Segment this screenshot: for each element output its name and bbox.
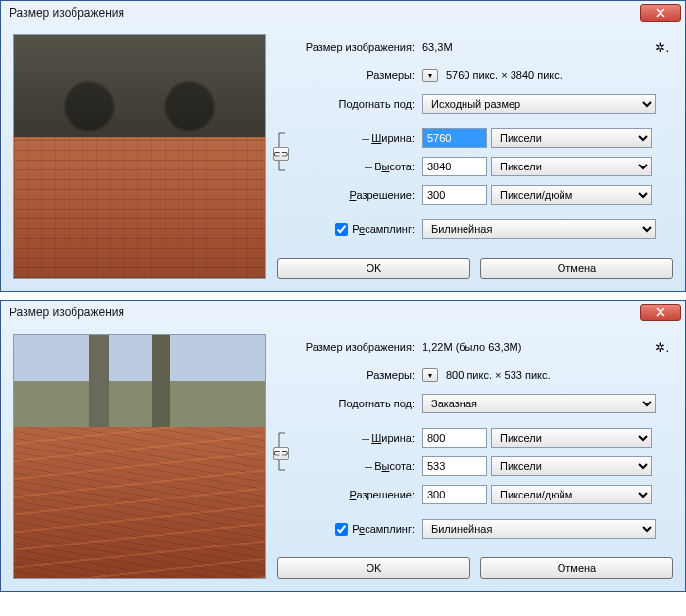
preview-image: [13, 334, 266, 579]
constrain-proportions-button[interactable]: ⊂⊃: [273, 447, 289, 460]
size-value: 1,22M (было 63,3M): [422, 341, 521, 353]
resample-checkbox[interactable]: [335, 523, 348, 536]
resample-label-wrap: Ресамплинг:: [277, 523, 422, 536]
width-label: Ширина:: [291, 432, 422, 444]
resolution-unit-select[interactable]: Пиксели/дюйм: [491, 485, 652, 504]
image-size-dialog: Размер изображения Размер изображения: 6…: [0, 0, 686, 292]
dimensions-value: 5760 пикс. × 3840 пикс.: [446, 70, 563, 81]
height-label: Высота:: [291, 161, 422, 172]
width-input[interactable]: [422, 128, 487, 148]
height-label: Высота:: [291, 460, 422, 472]
size-label: Размер изображения:: [277, 341, 422, 353]
constrain-proportions-button[interactable]: ⊂⊃: [273, 147, 289, 161]
close-icon: [656, 308, 665, 317]
dimensions-value: 800 пикс. × 533 пикс.: [446, 369, 551, 381]
resolution-input[interactable]: [422, 485, 487, 504]
fit-label: Подогнать под:: [277, 98, 422, 110]
image-size-dialog: Размер изображения Размер изображения: 1…: [0, 300, 686, 592]
height-unit-select[interactable]: Пиксели: [491, 157, 652, 176]
close-icon: [656, 8, 665, 18]
dimensions-label: Размеры:: [277, 369, 422, 381]
dialog-title: Размер изображения: [5, 6, 124, 20]
width-label: Ширина:: [291, 132, 422, 144]
size-value: 63,3M: [422, 41, 453, 53]
resample-label-wrap: Ресамплинг:: [277, 223, 422, 236]
resample-label: Ресамплинг:: [352, 523, 415, 535]
ok-button[interactable]: OK: [277, 258, 470, 279]
gear-icon[interactable]: ✲.: [655, 340, 673, 355]
gear-icon[interactable]: ✲.: [655, 40, 673, 55]
fit-label: Подогнать под:: [277, 398, 422, 409]
dimensions-label: Размеры:: [277, 70, 422, 81]
height-input[interactable]: [422, 157, 487, 176]
dimensions-dropdown-icon[interactable]: ▾: [422, 69, 438, 82]
cancel-button[interactable]: Отмена: [480, 557, 673, 579]
close-button[interactable]: [640, 4, 681, 22]
width-input[interactable]: [422, 428, 487, 448]
height-input[interactable]: [422, 456, 487, 476]
resample-label: Ресамплинг:: [352, 223, 415, 235]
width-unit-select[interactable]: Пиксели: [491, 128, 652, 148]
titlebar[interactable]: Размер изображения: [1, 1, 685, 24]
resample-checkbox[interactable]: [335, 223, 348, 236]
height-unit-select[interactable]: Пиксели: [491, 456, 652, 476]
resample-method-select[interactable]: Билинейная: [422, 219, 656, 239]
dialog-title: Размер изображения: [5, 306, 124, 319]
resolution-label: Разрешение:: [277, 489, 422, 500]
fit-select[interactable]: Заказная: [422, 394, 656, 413]
ok-button[interactable]: OK: [277, 557, 470, 579]
resample-method-select[interactable]: Билинейная: [422, 519, 656, 539]
resolution-label: Разрешение:: [277, 189, 422, 201]
preview-image: [13, 34, 266, 279]
resolution-input[interactable]: [422, 185, 487, 205]
close-button[interactable]: [640, 304, 681, 321]
dimensions-dropdown-icon[interactable]: ▾: [422, 368, 438, 382]
fit-select[interactable]: Исходный размер: [422, 94, 656, 114]
width-unit-select[interactable]: Пиксели: [491, 428, 652, 448]
titlebar[interactable]: Размер изображения: [1, 301, 685, 324]
resolution-unit-select[interactable]: Пиксели/дюйм: [491, 185, 652, 205]
cancel-button[interactable]: Отмена: [480, 258, 673, 279]
size-label: Размер изображения:: [277, 41, 422, 53]
